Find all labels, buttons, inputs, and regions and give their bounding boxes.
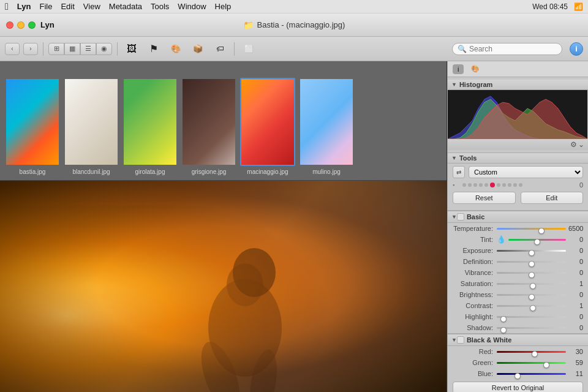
menu-metadata[interactable]: Metadata bbox=[109, 2, 142, 11]
grid-view-button[interactable]: ⊞ bbox=[48, 43, 64, 55]
histogram-gear-icon[interactable]: ⚙ bbox=[570, 140, 577, 149]
thumb-preview-3 bbox=[124, 79, 176, 165]
tint-label: Tint: bbox=[453, 236, 497, 243]
share-icon-button[interactable]: 🏷 bbox=[211, 40, 229, 58]
bw-header: ▼ Black & White bbox=[448, 334, 588, 346]
minimize-button[interactable] bbox=[17, 21, 24, 29]
highlight-slider[interactable] bbox=[497, 312, 566, 321]
shadow-slider[interactable] bbox=[497, 323, 566, 332]
saturation-row: Saturation: 1 bbox=[448, 278, 588, 289]
shadow-thumb bbox=[500, 327, 507, 333]
filmstrip-view-button[interactable]: ▦ bbox=[64, 43, 80, 55]
folder-icon: 📁 bbox=[243, 20, 254, 30]
app-menu-area: Lyn bbox=[40, 20, 55, 29]
thumb-preview-1 bbox=[6, 79, 59, 165]
edit-button[interactable]: Edit bbox=[521, 192, 584, 204]
window-title-text: Bastia - (macinaggio.jpg) bbox=[257, 20, 345, 29]
tab-info[interactable]: i bbox=[453, 64, 464, 74]
close-button[interactable] bbox=[6, 21, 13, 29]
basic-toggle[interactable]: ▼ bbox=[451, 214, 457, 220]
thumbnail-image bbox=[123, 78, 178, 166]
dot-7 bbox=[497, 183, 500, 187]
red-slider[interactable] bbox=[497, 347, 566, 356]
reset-button[interactable]: Reset bbox=[453, 192, 516, 204]
thumbnail-item[interactable]: blancdunil.jpg bbox=[64, 78, 119, 175]
tools-preset-select[interactable]: Custom bbox=[469, 166, 583, 178]
bw-checkbox[interactable] bbox=[457, 336, 464, 344]
menu-view[interactable]: View bbox=[83, 2, 100, 11]
search-input[interactable] bbox=[469, 45, 561, 53]
definition-slider[interactable] bbox=[497, 257, 566, 266]
apple-menu[interactable]:  bbox=[5, 1, 9, 12]
thumbnail-item[interactable]: girolata.jpg bbox=[123, 78, 178, 175]
brightness-slider[interactable] bbox=[497, 290, 566, 299]
tools-swap-icon[interactable]: ⇄ bbox=[453, 166, 465, 178]
tools-toggle[interactable]: ▼ bbox=[451, 155, 457, 161]
thumbnail-item[interactable]: grisgione.jpg bbox=[181, 78, 236, 175]
list-view-button[interactable]: ☰ bbox=[80, 43, 96, 55]
maximize-button[interactable] bbox=[28, 21, 36, 29]
back-button[interactable]: ‹ bbox=[5, 43, 20, 55]
brightness-thumb bbox=[529, 294, 535, 300]
thumbnail-label-2: blancdunil.jpg bbox=[72, 168, 110, 175]
histogram-settings: ⚙ ⌄ bbox=[448, 139, 588, 150]
menu-file[interactable]: File bbox=[39, 2, 52, 11]
menu-window[interactable]: Window bbox=[178, 2, 206, 11]
forward-button[interactable]: › bbox=[23, 43, 38, 55]
histogram-expand-icon[interactable]: ⌄ bbox=[578, 140, 584, 149]
tint-slider[interactable] bbox=[508, 235, 566, 244]
thumbnail-item[interactable]: bastia.jpg bbox=[5, 78, 60, 175]
blue-track bbox=[497, 373, 566, 375]
contrast-slider[interactable] bbox=[497, 301, 566, 310]
info-button[interactable]: i bbox=[570, 42, 583, 56]
basic-checkbox[interactable] bbox=[457, 213, 464, 221]
brightness-value: 0 bbox=[566, 291, 583, 298]
thumbnail-item-selected[interactable]: macinaggio.jpg bbox=[240, 78, 295, 175]
tools-dot-slider[interactable] bbox=[462, 181, 566, 189]
thumb-preview-6 bbox=[300, 79, 353, 165]
eyedropper-icon[interactable]: 💧 bbox=[497, 235, 506, 244]
green-track bbox=[497, 362, 566, 364]
dot-10 bbox=[513, 183, 517, 187]
green-label: Green: bbox=[453, 359, 497, 366]
saturation-slider[interactable] bbox=[497, 279, 566, 288]
exposure-slider[interactable] bbox=[497, 246, 566, 255]
highlight-thumb bbox=[500, 316, 507, 322]
photo-icon-button[interactable]: 🖼 bbox=[123, 40, 141, 58]
histogram-chart bbox=[448, 90, 587, 139]
blue-slider[interactable] bbox=[497, 369, 566, 378]
contrast-row: Contrast: 1 bbox=[448, 300, 588, 311]
separator-3 bbox=[234, 42, 235, 56]
menu-tools[interactable]: Tools bbox=[151, 2, 169, 11]
vibrance-slider[interactable] bbox=[497, 268, 566, 277]
menu-help[interactable]: Help bbox=[215, 2, 232, 11]
dropbox-icon-button[interactable]: 📦 bbox=[189, 40, 207, 58]
main-photo-view[interactable] bbox=[0, 181, 447, 392]
exposure-row: Exposure: 0 bbox=[448, 245, 588, 256]
bw-label: Black & White bbox=[467, 336, 511, 344]
definition-thumb bbox=[529, 261, 535, 267]
flag-icon-button[interactable]: ⚑ bbox=[145, 40, 163, 58]
bw-toggle[interactable]: ▼ bbox=[451, 337, 457, 343]
revert-button[interactable]: Revert to Original bbox=[453, 382, 583, 392]
tint-row: Tint: 💧 0 bbox=[448, 234, 588, 245]
red-value: 30 bbox=[566, 348, 583, 355]
thumbnail-item[interactable]: mulino.jpg bbox=[299, 78, 354, 175]
right-panel: i 🎨 ▼ Histogram ⚙ ⌄ bbox=[447, 61, 588, 392]
color-icon-button[interactable]: 🎨 bbox=[167, 40, 185, 58]
detail-view-button[interactable]: ◉ bbox=[96, 43, 112, 55]
red-row: Red: 30 bbox=[448, 346, 588, 357]
dot-6-active bbox=[490, 183, 495, 187]
tab-color[interactable]: 🎨 bbox=[466, 64, 484, 74]
green-slider[interactable] bbox=[497, 358, 566, 367]
temperature-slider[interactable] bbox=[497, 224, 566, 233]
vibrance-track bbox=[497, 272, 566, 274]
dot-1 bbox=[462, 183, 466, 187]
blue-value: 11 bbox=[566, 370, 583, 377]
export-icon-button[interactable]: ⬜ bbox=[239, 40, 258, 58]
menu-lyn[interactable]: Lyn bbox=[17, 2, 31, 11]
thumbnail-image bbox=[64, 78, 119, 166]
histogram-toggle[interactable]: ▼ bbox=[451, 81, 457, 88]
menu-edit[interactable]: Edit bbox=[61, 2, 74, 11]
histogram-section: ▼ Histogram ⚙ ⌄ bbox=[448, 77, 588, 153]
